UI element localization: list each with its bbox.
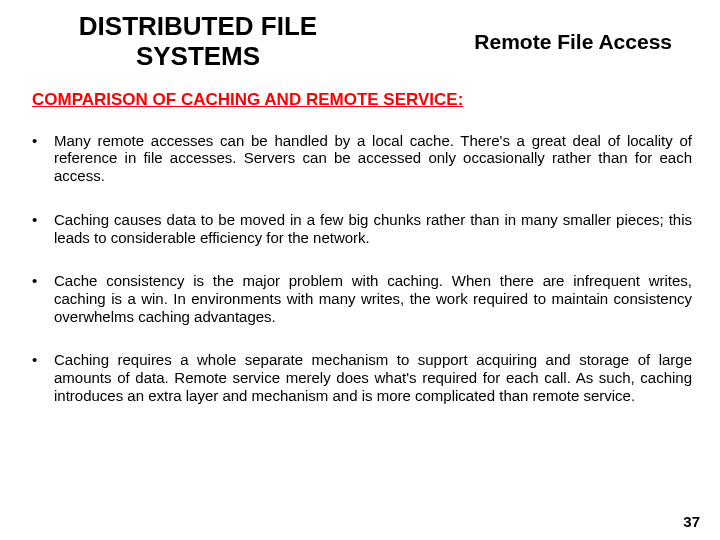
- bullet-text: Cache consistency is the major problem w…: [54, 272, 692, 325]
- bullet-list: • Many remote accesses can be handled by…: [32, 132, 692, 405]
- list-item: • Caching causes data to be moved in a f…: [32, 211, 692, 246]
- list-item: • Cache consistency is the major problem…: [32, 272, 692, 325]
- bullet-icon: •: [32, 211, 54, 229]
- section-heading: COMPARISON OF CACHING AND REMOTE SERVICE…: [32, 90, 692, 110]
- list-item: • Caching requires a whole separate mech…: [32, 351, 692, 404]
- bullet-text: Caching causes data to be moved in a few…: [54, 211, 692, 246]
- bullet-icon: •: [32, 132, 54, 150]
- slide-title: DISTRIBUTED FILE SYSTEMS: [38, 12, 358, 72]
- slide-header: DISTRIBUTED FILE SYSTEMS Remote File Acc…: [28, 12, 692, 72]
- bullet-text: Many remote accesses can be handled by a…: [54, 132, 692, 185]
- bullet-icon: •: [32, 351, 54, 369]
- list-item: • Many remote accesses can be handled by…: [32, 132, 692, 185]
- bullet-icon: •: [32, 272, 54, 290]
- bullet-text: Caching requires a whole separate mechan…: [54, 351, 692, 404]
- page-number: 37: [683, 513, 700, 530]
- slide-subtitle: Remote File Access: [474, 30, 672, 54]
